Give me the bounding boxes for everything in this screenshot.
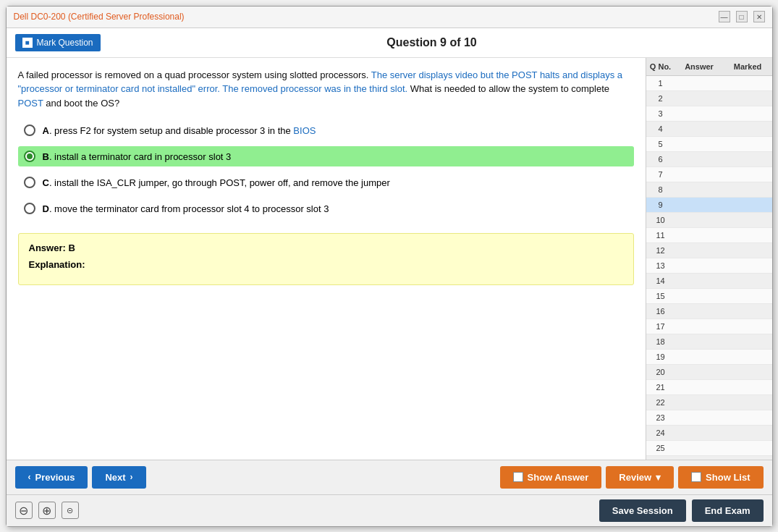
sidebar-row[interactable]: 9 [646, 198, 772, 213]
maximize-button[interactable]: □ [736, 11, 748, 22]
sidebar-list[interactable]: 1 2 3 4 5 6 7 8 [646, 76, 772, 460]
sidebar-cell-marked [724, 290, 772, 302]
sidebar-cell-answer [675, 245, 724, 256]
options-list: A. press F2 for system setup and disable… [18, 120, 634, 219]
question-text: A failed processor is removed on a quad … [18, 68, 634, 111]
show-list-button[interactable]: ✔ Show List [678, 466, 763, 489]
sidebar-row[interactable]: 6 [646, 152, 772, 167]
sidebar-row[interactable]: 16 [646, 304, 772, 319]
show-answer-checkbox-icon: ■ [513, 472, 523, 482]
sidebar-row[interactable]: 3 [646, 106, 772, 122]
sidebar-row[interactable]: 2 [646, 91, 772, 106]
sidebar-row[interactable]: 13 [646, 258, 772, 274]
sidebar-cell-num: 18 [646, 336, 675, 347]
sidebar-cell-num: 23 [646, 412, 675, 423]
sidebar-row[interactable]: 7 [646, 167, 772, 182]
sidebar-row[interactable]: 15 [646, 289, 772, 304]
option-c-text: C. install the ISA_CLR jumper, go throug… [43, 177, 390, 188]
sidebar-row[interactable]: 12 [646, 243, 772, 258]
zoom-out-button[interactable]: ⊖ [15, 502, 33, 519]
end-exam-button[interactable]: End Exam [692, 499, 764, 522]
footer-row2: ⊖ ⊕ ⊝ Save Session End Exam [7, 494, 772, 526]
next-button[interactable]: Next › [92, 466, 145, 489]
sidebar-cell-marked [724, 153, 772, 165]
sidebar-cell-answer [675, 260, 724, 271]
sidebar-row[interactable]: 14 [646, 274, 772, 289]
sidebar-cell-answer [675, 138, 724, 150]
sidebar-cell-marked [724, 93, 772, 104]
sidebar-cell-num: 15 [646, 290, 675, 302]
sidebar-cell-num: 12 [646, 245, 675, 256]
sidebar-cell-answer [675, 123, 724, 135]
sidebar-row[interactable]: 24 [646, 426, 772, 441]
option-d-radio[interactable] [24, 203, 35, 214]
sidebar-cell-marked [724, 184, 772, 195]
show-answer-label: Show Answer [528, 472, 589, 483]
zoom-in-button[interactable]: ⊝ [62, 502, 79, 519]
sidebar-cell-num: 3 [646, 108, 675, 119]
sidebar-row[interactable]: 21 [646, 380, 772, 395]
sidebar-cell-marked [724, 427, 772, 439]
sidebar-cell-answer [675, 229, 724, 241]
sidebar-row[interactable]: 17 [646, 319, 772, 334]
footer-row1: ‹ Previous Next › ■ Show Answer Review ▾… [7, 460, 772, 494]
sidebar-cell-num: 17 [646, 321, 675, 332]
option-a[interactable]: A. press F2 for system setup and disable… [18, 120, 634, 140]
sidebar-row[interactable]: 10 [646, 213, 772, 228]
sidebar-col-qno: Q No. [646, 61, 675, 72]
previous-label: Previous [35, 472, 75, 483]
sidebar-row[interactable]: 23 [646, 410, 772, 426]
option-c[interactable]: C. install the ISA_CLR jumper, go throug… [18, 172, 634, 193]
sidebar-cell-marked [724, 366, 772, 378]
show-list-checkbox-icon: ✔ [691, 472, 701, 482]
sidebar-row[interactable]: 18 [646, 334, 772, 350]
sidebar-row[interactable]: 22 [646, 395, 772, 410]
sidebar-row[interactable]: 19 [646, 350, 772, 365]
explanation-label: Explanation: [29, 259, 85, 270]
mark-question-button[interactable]: ■ Mark Question [15, 34, 101, 51]
option-a-radio[interactable] [24, 124, 35, 136]
footer: ‹ Previous Next › ■ Show Answer Review ▾… [7, 460, 772, 526]
main-content: A failed processor is removed on a quad … [7, 58, 772, 460]
sidebar-cell-answer [675, 93, 724, 104]
option-c-radio[interactable] [24, 177, 35, 188]
sidebar-cell-answer [675, 214, 724, 226]
sidebar-row[interactable]: 20 [646, 365, 772, 380]
sidebar-cell-num: 25 [646, 442, 675, 454]
sidebar-row[interactable]: 11 [646, 228, 772, 243]
titlebar: Dell DC0-200 (Certified Server Professio… [7, 7, 772, 28]
sidebar-cell-marked [724, 245, 772, 256]
save-session-label: Save Session [612, 505, 673, 516]
sidebar-cell-marked [724, 108, 772, 119]
sidebar-row[interactable]: 8 [646, 182, 772, 198]
previous-button[interactable]: ‹ Previous [15, 466, 88, 489]
sidebar-cell-num: 7 [646, 169, 675, 180]
minimize-button[interactable]: — [719, 11, 730, 22]
review-button[interactable]: Review ▾ [606, 466, 674, 489]
sidebar-row[interactable]: 4 [646, 122, 772, 137]
sidebar: Q No. Answer Marked 1 2 3 4 5 6 [646, 58, 772, 460]
zoom-normal-button[interactable]: ⊕ [38, 502, 56, 519]
sidebar-row[interactable]: 25 [646, 441, 772, 456]
sidebar-cell-answer [675, 275, 724, 287]
sidebar-row[interactable]: 5 [646, 137, 772, 152]
sidebar-row[interactable]: 1 [646, 76, 772, 91]
close-button[interactable]: ✕ [753, 11, 765, 22]
sidebar-cell-marked [724, 138, 772, 150]
sidebar-cell-answer [675, 442, 724, 454]
sidebar-cell-num: 8 [646, 184, 675, 195]
answer-text: Answer: B [29, 242, 623, 253]
sidebar-cell-marked [724, 412, 772, 423]
sidebar-cell-marked [724, 260, 772, 271]
option-b[interactable]: B. install a terminator card in processo… [18, 146, 634, 166]
window-controls[interactable]: — □ ✕ [719, 11, 765, 22]
sidebar-cell-marked [724, 169, 772, 180]
sidebar-cell-marked [724, 381, 772, 393]
question-text-part1: A failed processor is removed on a quad … [18, 69, 371, 80]
save-session-button[interactable]: Save Session [599, 499, 686, 522]
option-b-radio[interactable] [24, 151, 35, 162]
sidebar-cell-answer [675, 381, 724, 393]
option-d[interactable]: D. move the terminator card from process… [18, 198, 634, 219]
show-answer-button[interactable]: ■ Show Answer [500, 466, 602, 489]
sidebar-cell-marked [724, 397, 772, 408]
